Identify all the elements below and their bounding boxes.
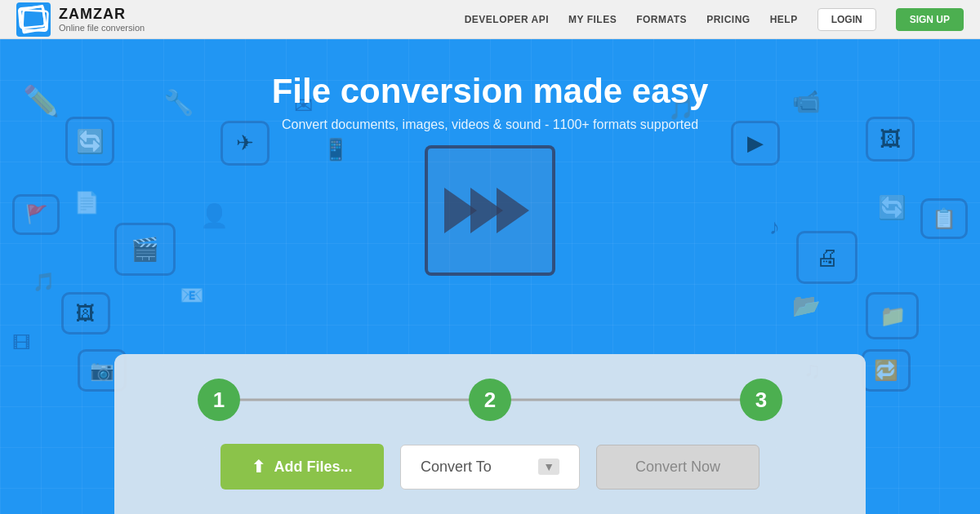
transfer-icon-box: 🔁 [862,349,911,392]
step-2-circle: 2 [469,379,511,421]
logo-icon [16,2,51,37]
svg-rect-1 [22,10,47,31]
printer-icon-box: 🖨 [796,231,858,284]
step-1-circle: 1 [198,379,240,421]
music-note-right: ♪ [769,215,780,240]
refresh-icon-right: 🔄 [878,194,906,221]
nav-formats[interactable]: FORMATS [636,14,687,25]
add-files-label: Add Files... [274,459,352,476]
mov-icon: 🎞 [12,333,30,354]
doc-icon-left: 📄 [74,190,100,215]
logo-subtitle: Online file conversion [59,23,145,33]
hero-subtitle: Convert documents, images, videos & soun… [0,117,980,132]
folder-icon-right: 📂 [792,292,821,319]
nav-developer-api[interactable]: DEVELOPER API [465,14,549,25]
logo[interactable]: ZAMZAR Online file conversion [16,2,145,37]
signup-button[interactable]: SIGN UP [896,8,964,31]
logo-text: ZAMZAR Online file conversion [59,6,145,33]
copy2-icon-box: 📁 [866,292,919,339]
hero-title-bold: easy [632,72,708,110]
step-buttons: ⬆ Add Files... Convert To ▼ Convert Now [163,444,817,490]
person-icon: 👤 [200,202,229,229]
video-icon-box-left: 🎬 [114,223,176,276]
upload-icon: ⬆ [252,457,265,476]
nav-menu: DEVELOPER API MY FILES FORMATS PRICING H… [465,8,964,31]
nav-pricing[interactable]: PRICING [706,14,751,25]
phone-icon: 📱 [323,137,349,162]
copy-icon-box: 📋 [920,198,968,239]
login-button[interactable]: LOGIN [817,8,876,31]
flag-icon-box: 🚩 [12,194,60,235]
image-icon-box: 🖼 [61,292,110,335]
email-icon-2: 📧 [180,284,204,307]
mp3-icon: 🎵 [33,272,55,293]
nav-help[interactable]: HELP [770,14,798,25]
center-play-icon [425,145,555,276]
hero-title-normal: File conversion made [272,72,632,110]
svg-rect-0 [19,6,45,28]
step-3-circle: 3 [740,379,782,421]
step-track: 1 2 3 [163,379,817,421]
step-section: 1 2 3 ⬆ Add Files... Convert To ▼ Conver… [114,354,866,514]
hero-section: ✏️ 🔄 🔧 ✈ ✉ 📱 🚩 📄 🎬 👤 🎵 🖼 🎞 📷 📧 [0,39,980,514]
header: ZAMZAR Online file conversion DEVELOPER … [0,0,980,39]
nav-my-files[interactable]: MY FILES [568,14,617,25]
hero-title: File conversion made easy [0,39,980,111]
logo-brand-text: ZAMZAR [59,6,145,23]
convert-to-dropdown[interactable]: Convert To ▼ [400,445,580,490]
add-files-button[interactable]: ⬆ Add Files... [220,444,384,490]
convert-now-button[interactable]: Convert Now [596,445,760,490]
dropdown-arrow-icon: ▼ [538,459,559,475]
convert-to-label: Convert To [421,459,492,476]
